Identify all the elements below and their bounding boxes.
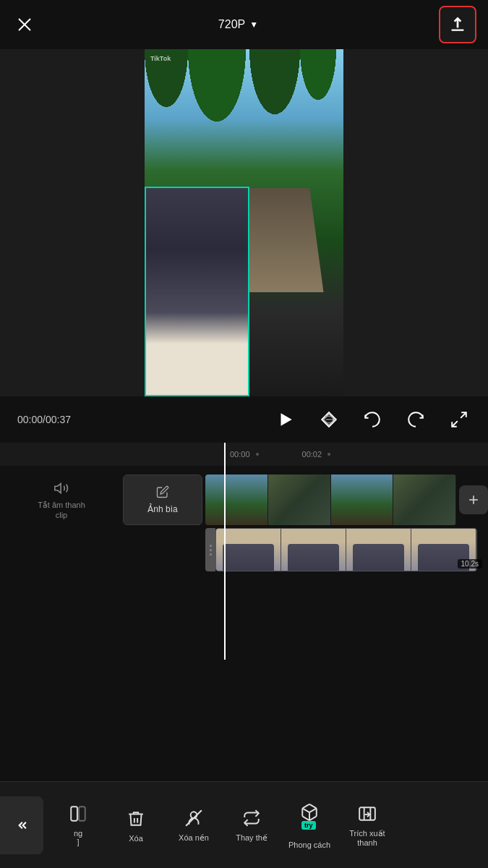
svg-rect-13: [71, 807, 77, 821]
frame-thumb-1: [205, 475, 268, 525]
ruler-time-0: 00:00: [224, 450, 256, 459]
thay-the-label: Thay thế: [236, 833, 267, 843]
handle-dot-1: [210, 545, 212, 547]
header: 720P ▼: [0, 0, 488, 49]
toolbar-item-trich-xuat[interactable]: Trích xuấtthanh: [338, 797, 396, 853]
person-thumb-3: [346, 529, 411, 571]
toolbar-item-xoa[interactable]: Xóa: [107, 802, 165, 848]
edit-icon: [156, 485, 169, 501]
keyframe-button[interactable]: [317, 408, 341, 431]
cover-label: Ảnh bìa: [147, 504, 177, 514]
video-canvas: TikTok: [145, 49, 343, 396]
toolbar-item-partial[interactable]: ng]: [49, 797, 107, 854]
track-left-panel: Tắt âm thanhclip: [0, 475, 123, 525]
cube-icon: [299, 801, 320, 823]
svg-rect-14: [79, 807, 85, 821]
close-button[interactable]: [12, 12, 38, 38]
playhead: [224, 443, 226, 660]
trash-icon: [125, 808, 147, 830]
remove-bg-icon: [183, 807, 205, 829]
track-mute-label: Tắt âm thanhclip: [38, 500, 85, 521]
timecode: 00:00/00:37: [17, 414, 90, 425]
phong-cach-label: Phong cách: [288, 841, 330, 849]
person-thumb-1: [216, 529, 281, 571]
trich-xuat-label: Trích xuấtthanh: [349, 829, 385, 847]
export-button[interactable]: [439, 6, 476, 43]
partial-icon: [67, 803, 89, 825]
ruler-time-1: 00:02: [259, 450, 328, 459]
replace-icon: [241, 807, 262, 829]
svg-marker-3: [281, 413, 292, 425]
video-track-wrapper: 10.2s: [205, 472, 488, 571]
person-frames: [215, 528, 477, 571]
handle-dots: [210, 545, 212, 556]
bottom-toolbar: ng] Xóa Xóa nền Thay thế: [0, 781, 488, 868]
video-track: [205, 475, 488, 525]
svg-line-16: [186, 810, 202, 826]
svg-line-9: [452, 421, 458, 427]
tiktok-watermark: TikTok: [150, 55, 171, 62]
track-area: Tắt âm thanhclip Ảnh bìa: [0, 466, 488, 660]
svg-line-8: [461, 412, 466, 418]
controls-right: [274, 408, 471, 431]
phong-cach-icon-wrapper: try: [299, 801, 320, 836]
playback-controls: 00:00/00:37: [0, 396, 488, 443]
frame-thumb-3: [331, 475, 394, 525]
cover-track[interactable]: Ảnh bìa: [123, 475, 202, 525]
mute-icon[interactable]: [53, 480, 70, 497]
timeline-ruler: 00:00 00:02: [0, 443, 488, 466]
toolbar-item-thay-the[interactable]: Thay thế: [223, 801, 281, 848]
extract-icon: [356, 803, 378, 825]
timeline-container: 00:00 00:02 Tắt âm thanhclip Ảnh bìa: [0, 443, 488, 660]
duration-badge: 10.2s: [458, 559, 482, 569]
undo-button[interactable]: [361, 408, 384, 431]
back-button[interactable]: [0, 796, 43, 854]
toolbar-item-phong-cach[interactable]: try Phong cách: [281, 796, 338, 855]
resolution-button[interactable]: 720P ▼: [218, 18, 258, 31]
ruler-dot-2: [328, 453, 330, 456]
person-thumb-2: [281, 529, 346, 571]
chevron-down-icon: ▼: [249, 20, 258, 30]
frame-thumb-4: [393, 475, 456, 525]
add-clip-button[interactable]: [459, 485, 488, 514]
svg-rect-2: [451, 30, 463, 31]
partial-label: ng]: [74, 829, 82, 848]
xoa-label: Xóa: [129, 834, 143, 843]
video-preview: TikTok: [0, 49, 488, 396]
try-badge: try: [301, 821, 316, 830]
svg-rect-18: [359, 807, 375, 820]
handle-dot-2: [210, 549, 212, 551]
person-track: 10.2s: [205, 528, 488, 571]
track-handle[interactable]: [205, 528, 215, 571]
xoa-nen-label: Xóa nền: [179, 833, 209, 843]
toolbar-items: ng] Xóa Xóa nền Thay thế: [43, 796, 488, 855]
svg-marker-10: [55, 483, 61, 493]
toolbar-item-xoa-nen[interactable]: Xóa nền: [165, 801, 223, 848]
resolution-label: 720P: [218, 18, 245, 31]
fullscreen-button[interactable]: [448, 408, 471, 431]
play-button[interactable]: [274, 408, 297, 431]
person-overlay: [145, 187, 249, 396]
frame-thumb-2: [268, 475, 331, 525]
handle-dot-3: [210, 553, 212, 556]
redo-button[interactable]: [404, 408, 427, 431]
video-frames: [205, 475, 456, 525]
